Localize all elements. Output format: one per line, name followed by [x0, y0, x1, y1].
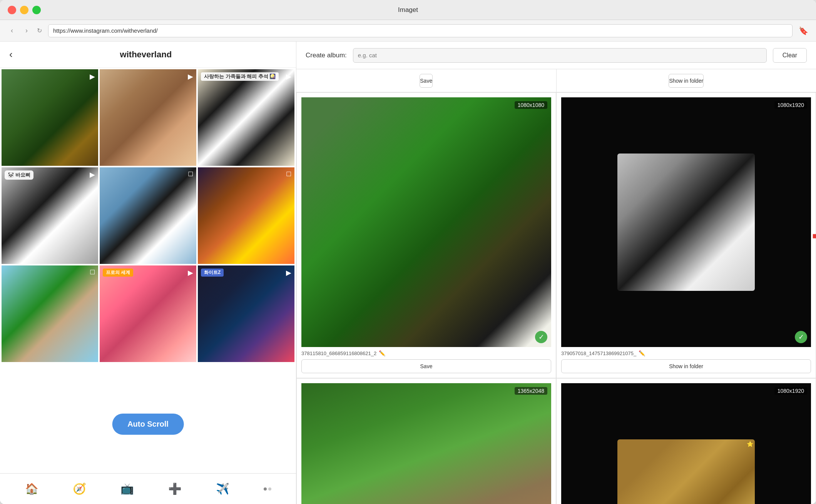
- home-icon[interactable]: 🏠: [25, 482, 38, 495]
- right-image-cell: ⭐ 1080x1920 ✓ panda overlay Show in fold…: [556, 378, 816, 504]
- bookmark-icon[interactable]: 🔖: [799, 26, 808, 35]
- window-title: Imaget: [398, 6, 418, 14]
- image-dimensions: 1365x2048: [515, 387, 547, 395]
- show-folder-button-partial[interactable]: Show in folder: [669, 74, 704, 88]
- video-icon: ▶: [188, 269, 193, 277]
- partial-cell-right: Show in folder: [557, 69, 816, 92]
- nav-dot: [268, 487, 271, 491]
- right-panel-wrapper: Create album: Clear Save Show in folder: [296, 42, 816, 504]
- panda-stars-inner: ⭐: [617, 439, 755, 504]
- edit-icon[interactable]: ✏️: [379, 350, 385, 356]
- image-dimensions: 1080x1920: [774, 387, 807, 395]
- add-icon[interactable]: ➕: [168, 482, 182, 495]
- panda-eating-image: [301, 97, 551, 347]
- show-in-folder-button-1[interactable]: Save: [301, 359, 551, 373]
- compass-icon[interactable]: 🧭: [73, 482, 86, 495]
- grid-item[interactable]: ☐: [198, 167, 294, 264]
- edit-icon[interactable]: ✏️: [639, 350, 645, 356]
- address-input[interactable]: [48, 24, 793, 37]
- album-label: Create album:: [306, 52, 347, 59]
- right-image-1: 1080x1080 ✓: [301, 97, 551, 347]
- check-icon: ✓: [795, 331, 807, 343]
- browser-grid-wrapper: ▶ ▶ ▶ 사랑하는 가족들과 해피 추석 🎑 ▶ 🐼 바요삐: [0, 68, 296, 473]
- right-image-3: 1365x2048 ✓: [301, 383, 551, 504]
- right-image-2: 1080x1920 ✓: [561, 97, 811, 347]
- item-badge: 🐼 바요삐: [5, 170, 33, 180]
- profile-back-button[interactable]: ‹: [9, 48, 13, 60]
- save-button-partial[interactable]: Save: [420, 74, 433, 88]
- send-icon[interactable]: ✈️: [216, 482, 229, 495]
- partial-cell-left: Save: [296, 69, 557, 92]
- panda-glasses-bg: [561, 97, 811, 347]
- panda-glasses-inner: [617, 154, 755, 291]
- bottom-nav: 🏠 🧭 📺 ➕ ✈️: [0, 473, 296, 504]
- item-badge: 화이트Z: [201, 269, 224, 277]
- play-icon[interactable]: 📺: [120, 482, 134, 495]
- right-image-4: ⭐ 1080x1920 ✓: [561, 383, 811, 504]
- video-icon: ▶: [286, 269, 291, 277]
- nav-dot: [264, 487, 267, 491]
- video-icon: ▶: [286, 72, 291, 81]
- right-panel: Create album: Clear Save Show in folder: [296, 42, 816, 504]
- right-topbar: Create album: Clear: [296, 42, 816, 69]
- right-image-cell: 1365x2048 ✓ red panda Show in folder: [296, 378, 556, 504]
- check-icon: ✓: [535, 331, 547, 343]
- right-images: 1080x1080 ✓ 378115810_686859116808621_2 …: [296, 92, 816, 504]
- grid-item[interactable]: ☐: [2, 265, 98, 362]
- album-input[interactable]: [353, 48, 767, 63]
- nav-dots: [264, 487, 271, 491]
- browser-header: ‹ witheverland: [0, 42, 296, 68]
- arrow-indicator: ➡: [812, 225, 816, 246]
- filename-text: 379057018_1475713869921075_: [561, 350, 636, 356]
- image-icon: ☐: [286, 170, 291, 178]
- auto-scroll-button[interactable]: Auto Scroll: [112, 414, 184, 435]
- grid-item[interactable]: ▶: [100, 69, 196, 166]
- red-panda-eating-image: [301, 383, 551, 504]
- main-layout: ‹ witheverland ▶ ▶ ▶ 사랑하는 가족들과 해피 추석 🎑: [0, 42, 816, 504]
- video-icon: ▶: [90, 72, 95, 81]
- image-icon: ☐: [188, 170, 193, 178]
- partial-row: Save Show in folder: [296, 69, 816, 92]
- close-button[interactable]: [8, 6, 16, 14]
- show-in-folder-button-2[interactable]: Show in folder: [561, 359, 811, 373]
- back-button[interactable]: ‹: [8, 25, 16, 36]
- video-icon: ▶: [188, 72, 193, 81]
- grid-item[interactable]: ▶ 화이트Z: [198, 265, 294, 362]
- item-badge: 사랑하는 가족들과 해피 추석 🎑: [201, 72, 279, 81]
- item-badge: 프로의 세계: [103, 269, 133, 277]
- app-window: Imaget ‹ › ↻ 🔖 ‹ witheverland ▶: [0, 0, 816, 504]
- traffic-lights: [8, 6, 41, 14]
- image-icon: ☐: [90, 269, 95, 276]
- addressbar: ‹ › ↻ 🔖: [0, 20, 816, 42]
- panda-stars-bg: ⭐: [561, 383, 811, 504]
- video-icon: ▶: [90, 170, 95, 179]
- photo-grid: ▶ ▶ ▶ 사랑하는 가족들과 해피 추석 🎑 ▶ 🐼 바요삐: [0, 68, 296, 364]
- titlebar: Imaget: [0, 0, 816, 20]
- fullscreen-button[interactable]: [32, 6, 41, 14]
- grid-item[interactable]: ☐: [100, 167, 196, 264]
- right-image-cell: 1080x1080 ✓ 378115810_686859116808621_2 …: [296, 92, 556, 378]
- filename-row: 378115810_686859116808621_2 ✏️: [301, 350, 551, 356]
- filename-text: 378115810_686859116808621_2: [301, 350, 376, 356]
- minimize-button[interactable]: [20, 6, 28, 14]
- browser-panel: ‹ witheverland ▶ ▶ ▶ 사랑하는 가족들과 해피 추석 🎑: [0, 42, 296, 504]
- right-image-cell: 1080x1920 ✓ 379057018_1475713869921075_ …: [556, 92, 816, 378]
- grid-item[interactable]: ▶: [2, 69, 98, 166]
- refresh-button[interactable]: ↻: [37, 27, 42, 34]
- grid-item[interactable]: ▶ 사랑하는 가족들과 해피 추석 🎑: [198, 69, 294, 166]
- clear-button[interactable]: Clear: [773, 48, 807, 63]
- forward-button[interactable]: ›: [22, 25, 31, 36]
- profile-name: witheverland: [20, 50, 271, 60]
- image-dimensions: 1080x1080: [515, 101, 547, 109]
- grid-item[interactable]: ▶ 🐼 바요삐: [2, 167, 98, 264]
- filename-row: 379057018_1475713869921075_ ✏️: [561, 350, 811, 356]
- image-dimensions: 1080x1920: [774, 101, 807, 109]
- grid-item[interactable]: ▶ 프로의 세계: [100, 265, 196, 362]
